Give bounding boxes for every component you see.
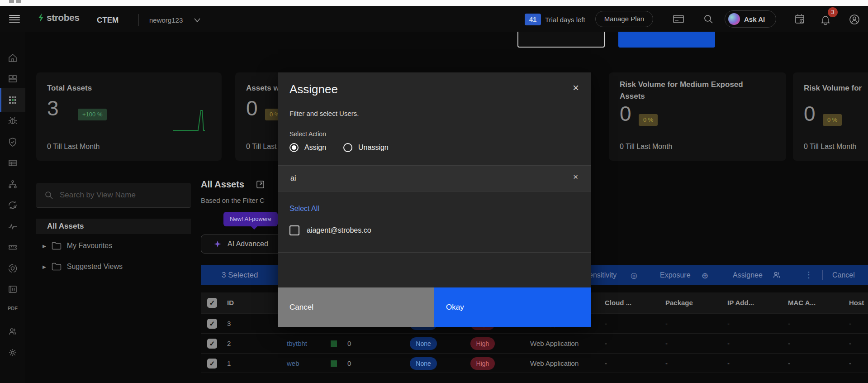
search-icon (44, 191, 53, 200)
view-item-all-assets[interactable]: All Assets (36, 219, 191, 234)
column-header-id[interactable]: ID (227, 292, 234, 313)
cell-host: - (849, 334, 851, 354)
row-checkbox[interactable]: ✓ (207, 319, 217, 329)
cell-host: - (849, 354, 851, 373)
view-search-box[interactable] (36, 183, 191, 208)
cell-asset-link[interactable]: tbytbht (287, 334, 307, 354)
row-checkbox[interactable]: ✓ (207, 359, 217, 369)
shield-check-icon[interactable] (7, 137, 18, 148)
assets-grid-icon[interactable] (7, 95, 18, 105)
hierarchy-icon[interactable] (7, 179, 18, 190)
partial-secondary-button[interactable] (517, 30, 605, 48)
okay-button[interactable]: Okay (434, 287, 591, 327)
assets-section-subtitle: Based on the Filter C (201, 196, 265, 204)
gear-icon[interactable] (7, 347, 18, 358)
card-panel-icon[interactable] (673, 14, 684, 24)
ai-advanced-button[interactable]: AI Advanced (201, 235, 287, 254)
view-group-suggested[interactable]: ▶ Suggested Views (36, 260, 191, 273)
strobes-logo[interactable]: strobes (37, 12, 79, 23)
pulse-icon[interactable] (7, 221, 18, 232)
row-checkbox[interactable]: ✓ (207, 339, 217, 349)
cell-cloud: - (605, 354, 607, 373)
select-all-checkbox[interactable]: ✓ (207, 298, 217, 308)
radio-assign-control[interactable] (289, 143, 299, 152)
column-header-package[interactable]: Package (665, 292, 693, 313)
schedule-icon[interactable] (794, 14, 806, 25)
browser-tab-fragment (16, 0, 21, 3)
column-header-ip[interactable]: IP Add... (727, 292, 754, 313)
left-sidebar: PDF (0, 32, 25, 383)
action-radio-group: Assign Unassign (289, 143, 389, 152)
cell-ip: - (727, 354, 730, 373)
action-exposure[interactable]: Exposure (660, 265, 691, 285)
card-trend-badge: 0 % (639, 114, 658, 126)
home-icon[interactable] (7, 53, 18, 63)
sensitivity-badge: None (410, 337, 437, 350)
expand-icon[interactable] (256, 180, 265, 189)
top-navbar: strobes CTEM neworg123 41 Trial days lef… (0, 6, 868, 32)
cell-asset-link[interactable]: web (287, 354, 299, 373)
folder-icon (52, 242, 62, 250)
org-selector[interactable]: neworg123 (149, 16, 183, 24)
table-row[interactable]: ✓ 2 tbytbht 0 None High Web Application … (201, 333, 868, 353)
cell-mac: - (788, 314, 790, 334)
card-title: Risk Volume for Medium Exposed Assets (620, 79, 769, 103)
cell-mac: - (788, 354, 790, 373)
user-filter-input[interactable] (289, 166, 561, 191)
selection-cancel-button[interactable]: Cancel (832, 265, 855, 285)
action-assignee[interactable]: Assignee (733, 265, 763, 285)
cell-type: Web Application (530, 354, 579, 373)
cancel-button[interactable]: Cancel (278, 287, 434, 327)
chevron-down-icon[interactable] (194, 18, 201, 23)
manage-plan-button[interactable]: Manage Plan (595, 11, 653, 27)
eye-icon[interactable]: ◎ (631, 271, 637, 280)
column-header-cloud[interactable]: Cloud ... (605, 292, 631, 313)
cell-count: 0 (347, 334, 351, 354)
view-group-favourites[interactable]: ▶ My Favourites (36, 239, 191, 253)
select-all-link[interactable]: Select All (289, 205, 319, 213)
cell-id: 3 (227, 314, 231, 334)
shield-circle-icon[interactable] (7, 263, 18, 274)
assign-users-icon[interactable] (772, 270, 782, 280)
bug-icon[interactable] (7, 115, 18, 126)
table-icon[interactable] (7, 158, 18, 168)
cell-type: Web Application (530, 334, 579, 354)
card-risk-partial: Risk Volume for 0 0 % 0 Till Last Month (793, 72, 868, 161)
account-icon[interactable] (849, 14, 860, 25)
hamburger-menu-icon[interactable] (9, 15, 20, 23)
column-header-mac[interactable]: MAC A... (788, 292, 816, 313)
view-search-input[interactable] (59, 190, 176, 200)
user-checkbox[interactable] (289, 225, 299, 235)
kebab-menu-icon[interactable]: ⋮ (805, 265, 813, 285)
action-sensitivity[interactable]: ensitivity (589, 265, 617, 285)
ticket-icon[interactable] (7, 242, 18, 253)
card-footer: 0 Till Last Month (47, 143, 100, 151)
radio-unassign[interactable]: Unassign (343, 143, 389, 152)
partial-primary-button[interactable] (618, 30, 715, 48)
radio-unassign-control[interactable] (343, 143, 352, 152)
ask-ai-button[interactable]: Ask AI (725, 10, 776, 28)
users-icon[interactable] (7, 326, 18, 337)
card-value: 0 (620, 101, 631, 126)
sync-gear-icon[interactable] (7, 200, 18, 211)
table-row[interactable]: ✓ 1 web 0 None High Web Application - - … (201, 353, 868, 373)
card-trend-badge: +100 % (78, 109, 107, 120)
dashboard-icon[interactable] (7, 73, 18, 84)
caret-right-icon[interactable]: ▶ (43, 244, 46, 249)
exposure-badge: High (470, 337, 495, 350)
assignee-modal: Assignee × Filter and select Users. Sele… (278, 72, 591, 327)
search-icon[interactable] (703, 14, 714, 24)
cell-package: - (665, 354, 668, 373)
column-header-host[interactable]: Host (849, 292, 864, 313)
clear-search-icon[interactable]: × (573, 172, 578, 182)
selection-divider (822, 270, 823, 280)
card-footer: 0 Till Last Month (620, 143, 673, 151)
caret-right-icon[interactable]: ▶ (43, 264, 46, 269)
pdf-export-item[interactable]: PDF (0, 306, 25, 311)
ask-ai-avatar (728, 13, 740, 25)
report-icon[interactable] (7, 284, 18, 295)
globe-icon[interactable]: ⊕ (702, 271, 708, 281)
user-list-item[interactable]: aiagent@strobes.co (289, 225, 371, 235)
radio-assign[interactable]: Assign (289, 143, 326, 152)
close-icon[interactable]: × (573, 81, 579, 94)
